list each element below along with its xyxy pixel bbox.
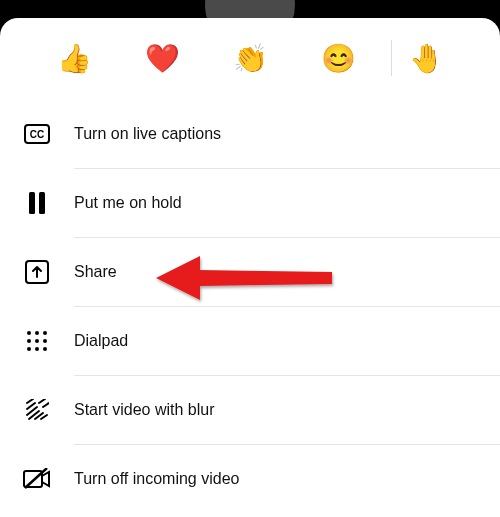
svg-rect-2 (29, 192, 35, 214)
share-icon (22, 260, 52, 284)
captions-icon: CC (22, 122, 52, 146)
blur-icon (22, 398, 52, 422)
heart-icon: ❤️ (145, 42, 180, 75)
share-label: Share (74, 263, 117, 281)
svg-point-12 (35, 347, 39, 351)
dialpad-icon (22, 329, 52, 353)
reaction-smile[interactable]: 😊 (318, 38, 358, 78)
svg-point-9 (35, 339, 39, 343)
svg-point-13 (43, 347, 47, 351)
svg-point-5 (27, 331, 31, 335)
svg-point-8 (27, 339, 31, 343)
menu-item-hold[interactable]: Put me on hold (0, 169, 500, 237)
svg-point-6 (35, 331, 39, 335)
menu-item-dialpad[interactable]: Dialpad (0, 307, 500, 375)
menu-item-incoming-off[interactable]: Turn off incoming video (0, 445, 500, 513)
menu-item-blur[interactable]: Start video with blur (0, 376, 500, 444)
svg-text:CC: CC (30, 129, 44, 140)
video-off-icon (22, 467, 52, 491)
reaction-raise-hand[interactable]: 🤚 (406, 38, 446, 78)
captions-label: Turn on live captions (74, 125, 221, 143)
reaction-heart[interactable]: ❤️ (142, 38, 182, 78)
clap-icon: 👏 (233, 42, 268, 75)
reactions-row: 👍 ❤️ 👏 😊 🤚 (0, 30, 500, 100)
svg-point-11 (27, 347, 31, 351)
menu-item-share[interactable]: Share (0, 238, 500, 306)
thumbs-up-icon: 👍 (57, 42, 92, 75)
incoming-off-label: Turn off incoming video (74, 470, 239, 488)
reactions-divider (391, 40, 392, 76)
svg-point-7 (43, 331, 47, 335)
dialpad-label: Dialpad (74, 332, 128, 350)
raise-hand-icon: 🤚 (409, 42, 444, 75)
hold-label: Put me on hold (74, 194, 182, 212)
svg-point-10 (43, 339, 47, 343)
action-sheet: 👍 ❤️ 👏 😊 🤚 CC Turn on live captions (0, 18, 500, 517)
smile-icon: 😊 (321, 42, 356, 75)
menu-list: CC Turn on live captions Put me on hold (0, 100, 500, 513)
reaction-thumbs-up[interactable]: 👍 (54, 38, 94, 78)
reaction-clap[interactable]: 👏 (230, 38, 270, 78)
hold-icon (22, 191, 52, 215)
svg-rect-3 (39, 192, 45, 214)
blur-label: Start video with blur (74, 401, 215, 419)
menu-item-captions[interactable]: CC Turn on live captions (0, 100, 500, 168)
